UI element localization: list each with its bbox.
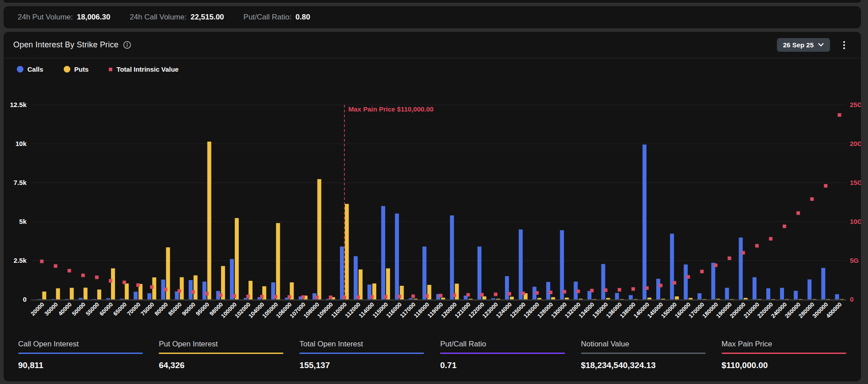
put-bar [744,298,748,300]
call-bar [753,277,757,300]
intrinsic-dot [274,295,277,299]
call-bar [615,293,619,300]
put-bar [482,296,486,300]
put-bar [496,299,500,300]
svg-text:25G: 25G [850,101,861,108]
x-axis-label: 90000 [181,301,197,317]
stat-label: Notional Value [581,340,706,349]
call-bar [560,230,564,300]
intrinsic-dot [467,293,470,296]
intrinsic-dot [549,291,552,294]
intrinsic-dot [246,295,250,298]
intrinsic-dot [673,281,676,284]
expiry-date-value: 26 Sep 25 [783,41,814,49]
legend-calls-label: Calls [27,65,43,73]
put-volume-value: 18,006.30 [77,13,111,22]
call-bar [395,214,399,300]
legend-item-calls[interactable]: Calls [17,65,43,73]
put-bar [235,218,239,300]
stat-notional-value: Notional Value $18,234,540,324.13 [581,340,706,370]
stat-value: 64,326 [159,361,283,370]
puts-swatch-icon [64,66,70,73]
svg-text:12.5k: 12.5k [10,101,27,108]
intrinsic-dot [508,292,511,296]
intrinsic-dot [439,294,443,297]
intrinsic-dot [398,295,401,298]
call-volume-24h: 24h Call Volume: 22,515.00 [130,13,224,22]
call-bar [450,215,454,300]
svg-text:7.5k: 7.5k [14,179,27,186]
open-interest-panel: Open Interest By Strike Price 26 Sep 25 … [4,32,861,381]
expiry-date-dropdown[interactable]: 26 Sep 25 [777,38,830,52]
call-volume-label: 24h Call Volume: [130,13,187,22]
call-bar [656,279,660,300]
previous-card-edge [4,0,861,3]
put-bar [84,288,88,300]
call-bar [106,298,110,300]
call-bar [780,288,784,300]
put-volume-24h: 24h Put Volume: 18,006.30 [18,13,110,22]
call-bar [739,238,743,300]
call-bar [684,265,688,300]
intrinsic-dot [109,279,112,283]
intrinsic-dot [356,296,360,299]
legend-item-intrinsic[interactable]: Total Intrinsic Value [109,65,179,73]
intrinsic-dot [329,296,333,299]
put-call-ratio-value: 0.80 [295,13,310,22]
intrinsic-dot [411,295,415,298]
intrinsic-dot [604,288,608,292]
call-bar [120,299,124,300]
intrinsic-dot [164,288,167,291]
stat-put-call-ratio: Put/Call Ratio 0.71 [440,340,565,370]
info-icon[interactable] [123,41,131,49]
intrinsic-dot [384,295,387,299]
legend-item-puts[interactable]: Puts [64,65,89,73]
put-bar [194,275,198,300]
call-bar [340,246,344,300]
intrinsic-dot [343,296,346,299]
call-bar [354,256,358,300]
svg-text:15G: 15G [850,179,861,186]
put-bar [317,179,321,300]
x-axis-label: 65000 [112,301,128,317]
intrinsic-dot [728,257,731,260]
intrinsic-dot [577,290,580,293]
call-bar [478,246,482,300]
call-bar [794,291,798,300]
x-axis-label: 60000 [98,301,114,317]
put-bar [111,269,115,300]
x-axis-label: 30000 [43,301,59,317]
call-bar [422,246,426,300]
svg-text:0: 0 [23,296,27,303]
stat-underline [299,353,424,354]
intrinsic-dot [783,225,786,228]
more-options-icon[interactable] [841,39,847,51]
call-bar [601,264,605,300]
x-axis-label: 80000 [153,301,169,317]
put-bar [180,277,184,300]
put-bar [565,298,569,300]
stat-call-open-interest: Call Open Interest 90,811 [18,340,143,370]
x-axis-label: 40000 [57,301,73,317]
intrinsic-dot [645,286,649,290]
stat-underline [722,353,846,354]
intrinsic-dot [68,269,71,273]
intrinsic-dot [301,296,305,299]
x-axis-label: 20000 [29,301,45,317]
call-bar [807,280,811,300]
intrinsic-dot [315,296,319,299]
intrinsic-dot [81,273,85,277]
put-bar [537,298,541,300]
call-bar [697,293,701,300]
svg-text:10k: 10k [15,140,27,147]
intrinsic-dot [796,211,800,215]
put-bar [345,204,349,300]
call-volume-value: 22,515.00 [191,13,224,22]
intrinsic-dot [714,264,718,267]
call-bar [670,234,674,300]
legend-puts-label: Puts [74,65,89,73]
stat-put-open-interest: Put Open Interest 64,326 [159,340,283,370]
open-interest-chart[interactable]: 002.5k5G5k10G7.5k15G10k20G12.5k25GMax Pa… [4,77,861,332]
call-bar [381,206,385,300]
intrinsic-dot [150,285,153,289]
